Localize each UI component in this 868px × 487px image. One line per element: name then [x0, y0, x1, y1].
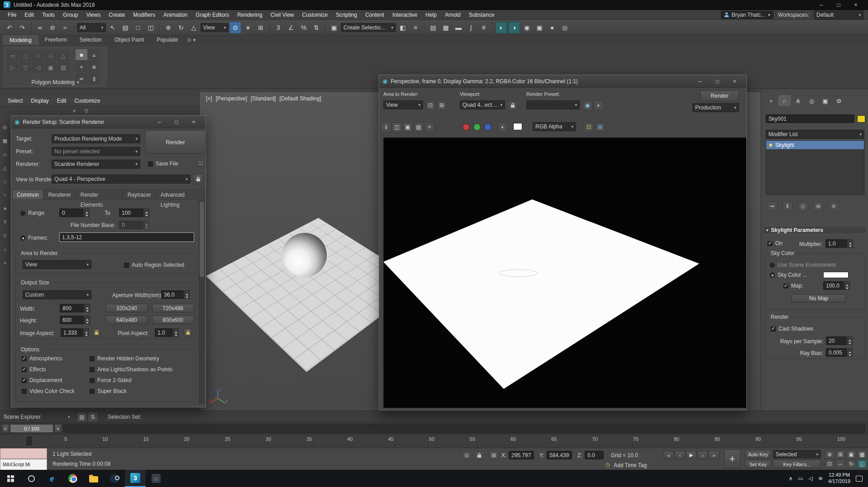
render-setup-tab[interactable]: Common [12, 189, 43, 199]
track-bar[interactable]: 0510152025303540455055606570758085909510… [0, 434, 868, 448]
x-coordinate-field[interactable]: 295.797 [509, 451, 534, 459]
schematic-view-icon[interactable]: # [478, 22, 490, 33]
volume-icon[interactable]: ◁ [809, 475, 813, 482]
render-mode-dropdown[interactable]: Production ▾ [692, 103, 739, 112]
render-setup-tab[interactable]: Renderer [44, 189, 76, 199]
render-production-icon[interactable]: ● [546, 22, 558, 33]
spinner[interactable] [847, 336, 853, 345]
height-field[interactable]: 600 [60, 316, 90, 324]
cast-shadows-checkbox[interactable]: Cast Shadows [771, 326, 813, 332]
option-checkbox[interactable]: Atmospherics [22, 355, 90, 362]
spinner[interactable] [173, 328, 179, 337]
toggle-ui-overlays-icon[interactable]: ⊡ [584, 122, 594, 132]
remove-modifier-icon[interactable]: ⊖ [813, 201, 824, 211]
ribbon-tool-icon[interactable]: ▲ [88, 49, 100, 60]
previous-frame-button[interactable]: < [2, 424, 9, 433]
spinner[interactable] [84, 328, 89, 337]
spinner[interactable] [144, 208, 149, 217]
maximize-button[interactable]: □ [830, 0, 847, 9]
spinner[interactable] [847, 348, 853, 357]
modifier-stack[interactable]: Skylight [766, 140, 864, 195]
toggle-scene-explorer-icon[interactable]: ▤ [427, 22, 439, 33]
spinner[interactable] [85, 316, 90, 324]
hierarchy-tab-icon[interactable]: ⋔ [792, 95, 804, 106]
map-amount-field[interactable]: 100.0 [823, 281, 850, 290]
rendered-image-canvas[interactable] [383, 137, 746, 407]
option-checkbox[interactable]: Force 2-Sided [90, 377, 196, 383]
no-map-button[interactable]: No Map [792, 294, 846, 303]
option-checkbox[interactable]: Render Hidden Geometry [90, 355, 196, 362]
explorer-display-toggle-icon[interactable]: ⌂ [1, 246, 9, 253]
rfw-area-dropdown[interactable]: View ▾ [383, 100, 423, 109]
use-pivot-point-center-icon[interactable]: ⊙ [229, 22, 241, 33]
render-button[interactable]: Render [145, 130, 205, 154]
named-selection-dropdown[interactable]: Create Selection Se ▾ [341, 23, 396, 32]
align-icon[interactable]: ≡ [410, 22, 421, 33]
selection-lock-icon[interactable] [474, 451, 484, 459]
ribbon-tool-icon[interactable]: ◁ [32, 62, 44, 73]
unlink-selection-icon[interactable]: ⊘ [47, 22, 58, 33]
menu-item[interactable]: Tools [38, 10, 59, 20]
workspace-dropdown[interactable]: Default ▾ [814, 10, 863, 19]
close-button[interactable]: × [185, 118, 202, 127]
map-checkbox[interactable]: Map: [783, 283, 803, 289]
explorer-menu-item[interactable]: Select [4, 95, 27, 106]
select-and-link-icon[interactable]: ∞ [34, 22, 46, 33]
render-setup-tab[interactable]: Raytracer [123, 189, 156, 199]
viewport-menu-shading[interactable]: [Default Shading] [279, 95, 321, 102]
toggle-ui-icon[interactable]: ⊞ [595, 122, 605, 132]
pan-icon[interactable]: ⇔ [835, 459, 845, 468]
pixel-aspect-field[interactable]: 1.0 [155, 328, 179, 337]
ribbon-tool-icon[interactable]: ▭ [7, 50, 19, 61]
isolate-selection-icon[interactable]: ⊙ [462, 451, 472, 459]
app-titlebar[interactable]: 3 Untitled - Autodesk 3ds Max 2018 – □ × [0, 0, 868, 10]
named-selection-sets-icon[interactable]: ▣ [328, 22, 340, 33]
preset-dropdown[interactable]: No preset selected ▾ [52, 147, 140, 156]
rfw-titlebar[interactable]: ◉ Perspective, frame 0, Display Gamma: 2… [379, 75, 746, 88]
clear-image-icon[interactable]: × [424, 122, 434, 132]
copy-image-icon[interactable]: ◫ [392, 122, 402, 132]
spinner[interactable] [844, 281, 850, 290]
width-field[interactable]: 800 [60, 304, 90, 312]
object-color-swatch[interactable] [857, 115, 865, 123]
snaps-toggle-icon[interactable]: 3 [272, 22, 284, 33]
viewport-menu-plus[interactable]: [+] [206, 95, 212, 102]
lock-view-icon[interactable] [193, 174, 203, 184]
range-radio[interactable]: Range: [20, 210, 46, 216]
absolute-offset-toggle-icon[interactable]: ⊞ [489, 451, 499, 459]
network-icon[interactable]: ≋ [818, 475, 823, 482]
auto-region-checkbox[interactable]: Auto Region Selected [124, 262, 184, 268]
taskbar-app[interactable]: ◇ [146, 470, 167, 487]
time-slider-handle[interactable]: 0 / 100 [10, 424, 53, 433]
preset-720x486-button[interactable]: 720x486 [152, 304, 194, 312]
set-keys-button[interactable]: + [724, 449, 740, 468]
close-button[interactable]: × [726, 77, 743, 86]
spinner[interactable] [85, 304, 90, 312]
on-checkbox[interactable]: On [768, 240, 782, 246]
close-button[interactable]: × [847, 0, 864, 9]
area-to-render-dropdown[interactable]: View ▾ [23, 260, 91, 269]
show-end-result-icon[interactable]: ‖ [782, 201, 793, 211]
keyboard-shortcut-override-icon[interactable]: ⊞ [255, 22, 267, 33]
maxscript-macro-recorder[interactable] [0, 448, 47, 459]
green-channel-icon[interactable] [473, 123, 481, 131]
explorer-display-toggle-icon[interactable]: △ [1, 164, 9, 171]
explorer-menu-item[interactable]: Customize [70, 95, 104, 106]
redo-icon[interactable]: ↷ [16, 22, 28, 33]
aperture-field[interactable]: 36.0 [161, 290, 190, 299]
range-end-field[interactable]: 100 [119, 208, 149, 217]
render-setup-titlebar[interactable]: ◉ Render Setup: Scanline Renderer – □ × [11, 116, 205, 128]
slate-material-editor-icon[interactable]: ◑ [508, 22, 520, 33]
background-color-swatch[interactable] [513, 123, 522, 130]
go-to-start-button[interactable]: « [663, 451, 674, 459]
ray-bias-field[interactable]: 0.005 [826, 348, 853, 357]
preset-640x480-button[interactable]: 640x480 [106, 316, 148, 324]
preset-320x240-button[interactable]: 320x240 [106, 304, 148, 312]
menu-item[interactable]: Customize [298, 10, 332, 20]
menu-item[interactable]: Arnold [441, 10, 465, 20]
pin-stack-icon[interactable]: ⊸ [767, 201, 777, 211]
use-scene-environment-radio[interactable]: Use Scene Environment [770, 262, 836, 268]
multiplier-field[interactable]: 1.0 [825, 239, 853, 248]
renderer-dropdown[interactable]: Scanline Renderer ▾ [52, 160, 140, 169]
environment-icon[interactable]: ◉ [582, 100, 592, 110]
